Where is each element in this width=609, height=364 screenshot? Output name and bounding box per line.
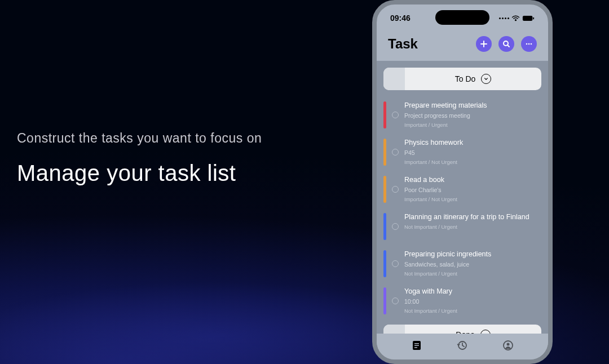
- task-list: Prepare meeting materialsProject progres…: [382, 97, 542, 320]
- task-title: Physics homework: [404, 139, 541, 147]
- task-subtitle: 10:00: [404, 298, 541, 305]
- priority-indicator: [383, 213, 386, 240]
- task-content: Prepare meeting materialsProject progres…: [404, 101, 541, 128]
- battery-icon: [522, 15, 535, 21]
- search-icon: [502, 40, 510, 48]
- task-checkbox[interactable]: [392, 112, 399, 118]
- tab-bar: [377, 334, 548, 359]
- task-title: Read a book: [404, 176, 541, 184]
- task-content: Preparing picnic ingredientsSandwiches, …: [404, 250, 541, 277]
- add-button[interactable]: [476, 36, 492, 52]
- svg-point-4: [528, 43, 530, 45]
- task-priority-label: Important / Not Urgent: [404, 196, 541, 202]
- section-done-toggle[interactable]: Done: [405, 325, 541, 334]
- tab-profile[interactable]: [502, 340, 514, 353]
- more-icon: [525, 40, 533, 48]
- more-button[interactable]: [521, 36, 537, 52]
- task-title: Preparing picnic ingredients: [404, 250, 541, 258]
- task-checkbox[interactable]: [392, 260, 399, 267]
- list-icon: [411, 340, 422, 351]
- history-icon: [457, 340, 468, 351]
- task-content: Read a bookPoor Charlie'sImportant / Not…: [404, 176, 541, 203]
- task-subtitle: P45: [404, 149, 541, 156]
- plus-icon: [480, 40, 488, 48]
- svg-point-12: [507, 343, 510, 346]
- task-subtitle: Poor Charlie's: [404, 187, 541, 193]
- app-header: Task: [377, 32, 548, 61]
- svg-rect-1: [533, 17, 534, 19]
- task-priority-label: Important / Urgent: [404, 122, 541, 128]
- tab-history[interactable]: [457, 340, 468, 353]
- status-time: 09:46: [390, 14, 411, 23]
- promo-title: Manage your task list: [17, 161, 262, 186]
- task-subtitle: Project progress meeting: [404, 112, 541, 119]
- task-checkbox[interactable]: [392, 186, 399, 193]
- task-content: Yoga with Mary10:00Not Important / Urgen…: [404, 287, 541, 314]
- task-subtitle: Sandwiches, salad, juice: [404, 261, 541, 268]
- section-collapse-handle[interactable]: [383, 68, 405, 90]
- svg-rect-7: [414, 343, 419, 344]
- task-priority-label: Important / Not Urgent: [404, 159, 541, 165]
- priority-indicator: [383, 176, 386, 203]
- signal-icon: [499, 17, 509, 19]
- chevron-down-icon: [481, 74, 491, 84]
- section-collapse-handle[interactable]: [383, 325, 405, 334]
- phone-frame: 09:46 Task To Do: [372, 0, 553, 364]
- task-checkbox[interactable]: [392, 298, 399, 304]
- chevron-down-icon: [480, 330, 491, 334]
- person-icon: [502, 340, 514, 351]
- task-priority-label: Not Important / Urgent: [404, 270, 541, 277]
- priority-indicator: [383, 250, 386, 277]
- task-item[interactable]: Preparing picnic ingredientsSandwiches, …: [382, 246, 542, 283]
- section-todo-label: To Do: [455, 74, 476, 83]
- task-title: Prepare meeting materials: [404, 101, 541, 109]
- task-item[interactable]: Read a bookPoor Charlie'sImportant / Not…: [382, 171, 542, 208]
- task-content: Physics homeworkP45Important / Not Urgen…: [404, 139, 541, 166]
- task-item[interactable]: Physics homeworkP45Important / Not Urgen…: [382, 134, 542, 171]
- svg-point-5: [531, 43, 532, 45]
- task-item[interactable]: Prepare meeting materialsProject progres…: [382, 97, 542, 134]
- section-todo-header[interactable]: To Do: [383, 68, 541, 90]
- task-item[interactable]: Yoga with Mary10:00Not Important / Urgen…: [382, 283, 542, 320]
- svg-rect-9: [414, 347, 417, 348]
- task-checkbox[interactable]: [392, 223, 399, 230]
- priority-indicator: [383, 287, 386, 314]
- svg-point-3: [526, 43, 528, 45]
- task-priority-label: Not Important / Urgent: [404, 224, 541, 230]
- promo-block: Construct the tasks you want to focus on…: [17, 131, 262, 186]
- header-actions: [476, 36, 537, 52]
- search-button[interactable]: [498, 36, 514, 52]
- wifi-icon: [511, 15, 520, 21]
- status-indicators: [499, 15, 535, 21]
- priority-indicator: [383, 101, 386, 128]
- tab-tasks[interactable]: [411, 340, 422, 353]
- task-title: Planning an itinerary for a trip to Finl…: [404, 213, 541, 221]
- page-title: Task: [388, 36, 418, 52]
- task-priority-label: Not Important / Urgent: [404, 308, 541, 314]
- task-item[interactable]: Planning an itinerary for a trip to Finl…: [382, 208, 542, 246]
- section-done-header[interactable]: Done: [383, 325, 541, 334]
- task-list-body[interactable]: To Do Prepare meeting materialsProject p…: [377, 61, 548, 334]
- svg-rect-0: [523, 15, 532, 20]
- status-bar: 09:46: [377, 5, 548, 32]
- svg-rect-8: [414, 345, 419, 347]
- task-checkbox[interactable]: [392, 149, 399, 156]
- task-title: Yoga with Mary: [404, 287, 541, 295]
- promo-subtitle: Construct the tasks you want to focus on: [17, 131, 262, 146]
- section-todo-toggle[interactable]: To Do: [405, 68, 541, 90]
- task-content: Planning an itinerary for a trip to Finl…: [404, 213, 541, 240]
- priority-indicator: [383, 139, 386, 166]
